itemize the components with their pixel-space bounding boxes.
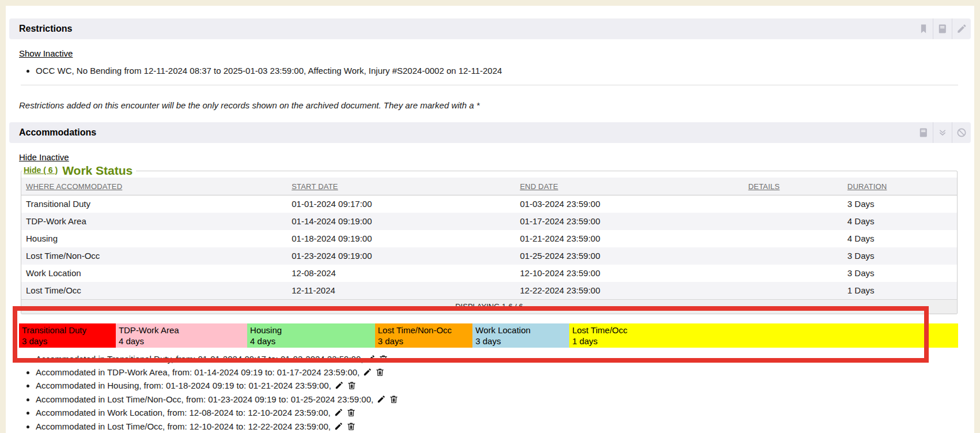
accommodation-entry-text: Accommodated in Work Location, from: 12-… bbox=[36, 408, 331, 417]
timeline-segment-duration: 3 days bbox=[475, 336, 569, 347]
table-cell bbox=[744, 230, 843, 247]
table-cell: 01-21-2024 23:59:00 bbox=[515, 230, 743, 247]
edit-pencil-icon[interactable] bbox=[362, 367, 372, 380]
hide-count-link[interactable]: Hide ( 6 ) bbox=[24, 165, 58, 175]
table-cell: 3 Days bbox=[843, 247, 957, 265]
accommodation-entry: Accommodated in Work Location, from: 12-… bbox=[36, 407, 971, 420]
table-cell: 3 Days bbox=[843, 195, 957, 213]
edit-pencil-icon[interactable] bbox=[334, 381, 344, 393]
accommodations-toolbar bbox=[914, 122, 971, 143]
table-cell bbox=[744, 265, 843, 282]
restrictions-list: OCC WC, No Bending from 12-11-2024 08:37… bbox=[9, 65, 971, 77]
timeline-segment-label: Housing bbox=[250, 325, 375, 336]
hide-inactive-link[interactable]: Hide Inactive bbox=[19, 152, 69, 162]
table-cell: 1 Days bbox=[843, 282, 957, 299]
table-row: TDP-Work Area01-14-2024 09:19:0001-17-20… bbox=[21, 213, 957, 230]
table-row: Housing01-18-2024 09:19:0001-21-2024 23:… bbox=[21, 230, 957, 247]
table-cell: 01-17-2024 23:59:00 bbox=[515, 213, 743, 230]
restrictions-toolbar bbox=[914, 18, 971, 39]
column-sort-link[interactable]: WHERE ACCOMMODATED bbox=[26, 182, 122, 191]
accommodation-entry-text: Accommodated in Transitional Duty, from:… bbox=[36, 354, 363, 364]
table-cell bbox=[744, 247, 843, 265]
restriction-item: OCC WC, No Bending from 12-11-2024 08:37… bbox=[36, 65, 971, 77]
table-cell: 01-25-2024 23:59:00 bbox=[515, 247, 743, 265]
delete-trash-icon[interactable] bbox=[346, 421, 356, 433]
table-cell bbox=[744, 195, 843, 213]
timeline-segment: Transitional Duty3 days bbox=[19, 323, 116, 348]
content-panel: Restrictions Show Inactive OCC WC, No Be… bbox=[6, 6, 974, 433]
timeline-segment-duration: 3 days bbox=[22, 336, 116, 347]
table-row: Transitional Duty01-01-2024 09:17:0001-0… bbox=[21, 195, 957, 213]
accommodation-timeline: Transitional Duty3 daysTDP-Work Area4 da… bbox=[19, 323, 958, 348]
table-cell: 01-18-2024 09:19:00 bbox=[287, 230, 515, 247]
book-icon[interactable] bbox=[914, 122, 933, 143]
show-inactive-link[interactable]: Show Inactive bbox=[19, 48, 73, 58]
book-icon[interactable] bbox=[933, 18, 952, 39]
accommodation-entries: Accommodated in Transitional Duty, from:… bbox=[9, 353, 971, 433]
timeline-segment: Lost Time/Non-Occ3 days bbox=[375, 323, 473, 348]
edit-pencil-icon[interactable] bbox=[376, 394, 386, 407]
delete-trash-icon[interactable] bbox=[375, 367, 385, 380]
delete-trash-icon[interactable] bbox=[389, 394, 399, 407]
work-status-legend: Hide ( 6 )Work Status bbox=[22, 164, 136, 178]
table-cell: 01-14-2024 09:19:00 bbox=[287, 213, 515, 230]
table-cell: 12-10-2024 23:59:00 bbox=[515, 265, 743, 282]
accommodations-title: Accommodations bbox=[19, 127, 96, 138]
edit-pencil-icon[interactable] bbox=[334, 408, 343, 420]
column-sort-link[interactable]: DURATION bbox=[847, 182, 887, 191]
bookmark-icon[interactable] bbox=[914, 18, 933, 39]
circle-slash-icon[interactable] bbox=[952, 122, 971, 143]
timeline-segment: TDP-Work Area4 days bbox=[116, 323, 247, 348]
column-sort-link[interactable]: START DATE bbox=[292, 182, 338, 191]
table-cell: 4 Days bbox=[843, 230, 957, 247]
timeline-segment: Work Location3 days bbox=[472, 323, 569, 348]
column-sort-link[interactable]: END DATE bbox=[520, 182, 558, 191]
timeline-segment-duration: 4 days bbox=[119, 336, 247, 347]
accommodation-entry-text: Accommodated in Housing, from: 01-18-202… bbox=[36, 381, 331, 390]
accommodation-entry-text: Accommodated in Lost Time/Occ, from: 12-… bbox=[36, 421, 331, 431]
timeline-segment-label: Transitional Duty bbox=[22, 325, 116, 336]
table-cell: 01-01-2024 09:17:00 bbox=[287, 195, 515, 213]
restrictions-note: Restrictions added on this encounter wil… bbox=[19, 100, 971, 110]
table-cell: TDP-Work Area bbox=[21, 213, 287, 230]
accommodations-header: Accommodations bbox=[9, 122, 971, 143]
delete-trash-icon[interactable] bbox=[347, 381, 357, 393]
table-row: Lost Time/Non-Occ01-23-2024 09:19:0001-2… bbox=[21, 247, 957, 265]
accommodation-entry: Accommodated in Transitional Duty, from:… bbox=[36, 353, 971, 367]
accommodation-entry: Accommodated in Housing, from: 01-18-202… bbox=[36, 380, 971, 393]
table-cell: Housing bbox=[21, 230, 287, 247]
restrictions-header: Restrictions bbox=[9, 18, 971, 39]
table-cell: 12-22-2024 23:59:00 bbox=[515, 282, 743, 299]
table-cell: Lost Time/Occ bbox=[21, 282, 287, 299]
accommodation-entry: Accommodated in Lost Time/Occ, from: 12-… bbox=[36, 421, 971, 433]
table-row: Lost Time/Occ12-11-202412-22-2024 23:59:… bbox=[21, 282, 957, 299]
accommodation-entry: Accommodated in TDP-Work Area, from: 01-… bbox=[36, 367, 971, 380]
divider bbox=[21, 85, 958, 85]
accommodation-entry-text: Accommodated in Lost Time/Non-Occ, from:… bbox=[36, 394, 373, 404]
work-status-fieldset: Hide ( 6 )Work Status WHERE ACCOMMODATED… bbox=[21, 164, 958, 314]
edit-pencil-icon[interactable] bbox=[334, 421, 343, 433]
table-cell: 3 Days bbox=[843, 265, 957, 282]
timeline-segment-duration: 3 days bbox=[378, 336, 473, 347]
timeline-segment: Lost Time/Occ1 days bbox=[569, 323, 958, 348]
table-cell bbox=[744, 282, 843, 299]
timeline-segment-label: Work Location bbox=[475, 325, 569, 336]
delete-trash-icon[interactable] bbox=[379, 354, 388, 367]
table-row: Work Location12-08-202412-10-2024 23:59:… bbox=[21, 265, 957, 282]
pencil-icon[interactable] bbox=[952, 18, 971, 39]
timeline-segment-label: Lost Time/Non-Occ bbox=[378, 325, 473, 336]
table-cell: Transitional Duty bbox=[21, 195, 287, 213]
table-cell: 01-23-2024 09:19:00 bbox=[287, 247, 515, 265]
double-chevron-down-icon[interactable] bbox=[933, 122, 952, 143]
work-status-tbody: Transitional Duty01-01-2024 09:17:0001-0… bbox=[21, 195, 957, 299]
column-sort-link[interactable]: DETAILS bbox=[748, 182, 780, 191]
timeline-segment-duration: 4 days bbox=[250, 336, 375, 347]
table-cell: Work Location bbox=[21, 265, 287, 282]
work-status-title: Work Status bbox=[62, 164, 133, 177]
edit-pencil-icon[interactable] bbox=[366, 354, 376, 367]
table-cell: 12-08-2024 bbox=[287, 265, 515, 282]
accommodation-entry-text: Accommodated in TDP-Work Area, from: 01-… bbox=[36, 367, 360, 377]
work-status-table: WHERE ACCOMMODATEDSTART DATEEND DATEDETA… bbox=[21, 178, 957, 299]
paging-status: DISPLAYING 1-6 / 6 bbox=[21, 299, 957, 314]
delete-trash-icon[interactable] bbox=[346, 408, 356, 420]
